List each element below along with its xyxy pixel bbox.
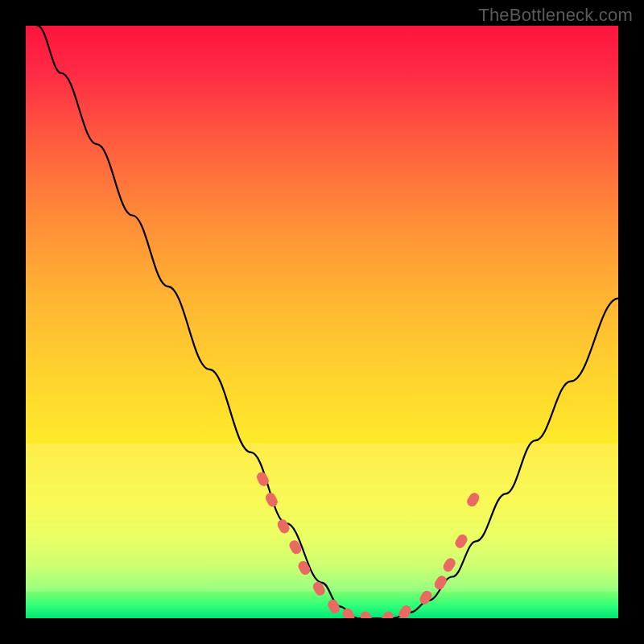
watermark-text: TheBottleneck.com	[478, 5, 633, 26]
data-marker	[327, 598, 341, 614]
data-marker	[276, 518, 291, 535]
chart-svg	[26, 26, 618, 618]
markers-group	[255, 471, 481, 618]
data-marker	[297, 559, 312, 576]
plot-area	[26, 26, 618, 618]
data-marker	[454, 533, 469, 549]
data-marker	[442, 557, 456, 573]
data-marker	[419, 589, 433, 605]
data-marker	[380, 610, 394, 618]
data-marker	[398, 605, 412, 618]
data-marker	[341, 607, 356, 618]
data-marker	[359, 610, 374, 618]
data-marker	[466, 492, 481, 508]
data-marker	[433, 575, 448, 591]
curve-line	[38, 26, 618, 618]
data-marker	[264, 492, 279, 508]
